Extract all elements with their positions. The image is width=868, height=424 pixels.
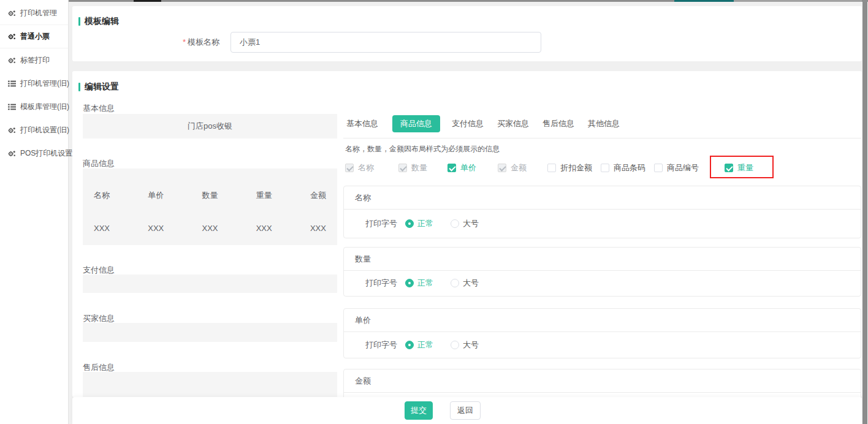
checkbox-icon <box>725 164 733 172</box>
tabs-divider <box>343 138 861 138</box>
radio-font-normal[interactable]: 正常 <box>405 339 433 350</box>
radio-font-large[interactable]: 大号 <box>451 218 479 229</box>
field-card-body <box>344 393 861 397</box>
tab-other-info[interactable]: 其他信息 <box>588 115 620 132</box>
goods-col-value: XXX <box>148 224 164 233</box>
green-bar-accent <box>78 17 80 26</box>
field-card-amount: 金额 <box>343 369 861 397</box>
gears-icon <box>8 150 16 157</box>
gears-icon <box>8 126 16 134</box>
preview-basic-info-block[interactable]: 门店pos收银 <box>83 114 337 138</box>
tab-aftersale-info[interactable]: 售后信息 <box>542 115 574 132</box>
back-button[interactable]: 返回 <box>450 401 481 420</box>
sidebar-item-label: 打印机设置(旧) <box>20 125 69 135</box>
field-card-name: 名称 打印字号 正常 大号 <box>343 186 861 238</box>
gears-icon <box>8 32 16 40</box>
edit-settings-card: 编辑设置 基本信息 门店pos收银 商品信息 名称 单价 数量 重量 金额 XX… <box>72 71 862 397</box>
field-card-title: 金额 <box>344 369 861 393</box>
scrollbar-thumb[interactable] <box>862 2 867 424</box>
sidebar-item-template-library-old[interactable]: 模板库管理(旧) <box>0 95 68 118</box>
radio-font-large[interactable]: 大号 <box>451 339 479 350</box>
checkbox-label: 数量 <box>411 162 427 173</box>
radio-label: 正常 <box>417 339 433 350</box>
checkbox-icon <box>498 164 506 172</box>
browser-edge-light-segment <box>734 0 862 2</box>
sidebar-item-printer-settings-old[interactable]: 打印机设置(旧) <box>0 118 68 142</box>
radio-dot-icon <box>451 219 459 228</box>
radio-dot-icon <box>405 279 414 287</box>
preview-basic-info-label: 基本信息 <box>83 103 115 114</box>
browser-edge-strip <box>69 0 868 2</box>
print-font-size-label: 打印字号 <box>365 278 397 289</box>
goods-col-header: 数量 <box>202 190 218 201</box>
checkbox-name[interactable]: 名称 <box>345 162 374 174</box>
template-edit-card: 模板编辑 *模板名称 <box>72 6 862 61</box>
radio-font-normal[interactable]: 正常 <box>405 218 433 229</box>
checkbox-icon <box>447 164 456 172</box>
sidebar-item-normal-receipt[interactable]: 普通小票 <box>0 25 68 48</box>
preview-aftersale-info-block[interactable] <box>83 372 337 397</box>
list-icon <box>8 103 16 111</box>
sidebar-item-printer-management-old[interactable]: 打印机管理(旧) <box>0 72 68 95</box>
radio-label: 大号 <box>463 218 479 229</box>
checkbox-weight[interactable]: 重量 <box>725 162 753 174</box>
print-font-size-label: 打印字号 <box>365 339 397 350</box>
sidebar-item-label: 普通小票 <box>20 31 50 42</box>
checkbox-goods-barcode[interactable]: 商品条码 <box>601 162 645 174</box>
field-card-quantity: 数量 打印字号 正常 大号 <box>343 247 861 297</box>
submit-button[interactable]: 提交 <box>405 401 433 420</box>
checkbox-unit-price[interactable]: 单价 <box>447 162 476 174</box>
checkbox-amount[interactable]: 金额 <box>498 162 527 174</box>
sidebar-item-pos-printer-settings[interactable]: POS打印机设置 <box>0 142 68 165</box>
scrollbar[interactable] <box>862 2 868 424</box>
checkbox-goods-number[interactable]: 商品编号 <box>654 162 699 174</box>
checkbox-label: 重量 <box>737 162 753 173</box>
required-fields-hint: 名称，数量，金额因布局样式为必须展示的信息 <box>345 144 500 154</box>
template-name-label: *模板名称 <box>72 32 219 53</box>
sidebar-item-label: 打印机管理 <box>20 8 57 18</box>
goods-col-value: XXX <box>310 224 326 233</box>
receipt-template-editor-screen: 打印机管理 普通小票 标签打印 打印机管理(旧) 模板库管理(旧) 打印机设置(… <box>0 0 868 424</box>
preview-goods-header-row: 名称 单价 数量 重量 金额 <box>83 168 337 201</box>
print-font-size-label: 打印字号 <box>365 218 397 229</box>
field-card-body: 打印字号 正常 大号 <box>344 210 861 237</box>
checkbox-quantity[interactable]: 数量 <box>398 162 427 174</box>
tab-basic-info[interactable]: 基本信息 <box>346 115 378 132</box>
preview-buyer-info-block[interactable] <box>83 323 337 342</box>
section-title-text: 模板编辑 <box>85 16 119 27</box>
sidebar: 打印机管理 普通小票 标签打印 打印机管理(旧) 模板库管理(旧) 打印机设置(… <box>0 0 69 424</box>
radio-font-normal[interactable]: 正常 <box>405 278 433 289</box>
radio-font-large[interactable]: 大号 <box>451 278 479 289</box>
field-card-title: 单价 <box>344 309 861 332</box>
preview-goods-info-block[interactable]: 名称 单价 数量 重量 金额 XXX XXX XXX XXX XXX <box>83 168 337 245</box>
sidebar-item-label: 模板库管理(旧) <box>20 102 69 112</box>
required-asterisk: * <box>183 37 186 47</box>
sidebar-item-label-print[interactable]: 标签打印 <box>0 48 68 72</box>
goods-col-value: XXX <box>202 224 218 233</box>
template-name-input[interactable] <box>230 32 541 53</box>
field-card-title: 名称 <box>344 186 861 210</box>
checkbox-icon <box>345 164 354 172</box>
field-card-unit-price: 单价 打印字号 正常 大号 <box>343 308 861 358</box>
sidebar-item-label: 标签打印 <box>20 55 50 66</box>
settings-panel: 基本信息 商品信息 支付信息 买家信息 售后信息 其他信息 名称，数量，金额因布… <box>343 71 861 397</box>
tab-buyer-info[interactable]: 买家信息 <box>497 115 529 132</box>
sidebar-item-printer-management[interactable]: 打印机管理 <box>0 2 68 25</box>
sidebar-item-label: 打印机管理(旧) <box>20 78 69 89</box>
radio-label: 正常 <box>417 278 433 289</box>
field-card-body: 打印字号 正常 大号 <box>344 332 861 357</box>
tab-pay-info[interactable]: 支付信息 <box>452 115 484 132</box>
preview-store-header-text: 门店pos收银 <box>188 121 232 132</box>
goods-col-header: 金额 <box>310 190 326 201</box>
receipt-preview-panel: 基本信息 门店pos收银 商品信息 名称 单价 数量 重量 金额 XXX XXX… <box>83 71 337 397</box>
checkbox-label: 折扣金额 <box>560 162 592 173</box>
checkbox-label: 商品条码 <box>614 162 645 173</box>
preview-goods-value-row: XXX XXX XXX XXX XXX <box>83 224 337 233</box>
radio-label: 大号 <box>463 278 479 289</box>
checkbox-discount-amount[interactable]: 折扣金额 <box>547 162 592 174</box>
tab-goods-info[interactable]: 商品信息 <box>392 115 440 132</box>
checkbox-label: 金额 <box>511 162 527 173</box>
goods-col-header: 名称 <box>94 190 110 201</box>
preview-pay-info-block[interactable] <box>83 274 337 293</box>
template-edit-section-title: 模板编辑 <box>78 16 119 27</box>
